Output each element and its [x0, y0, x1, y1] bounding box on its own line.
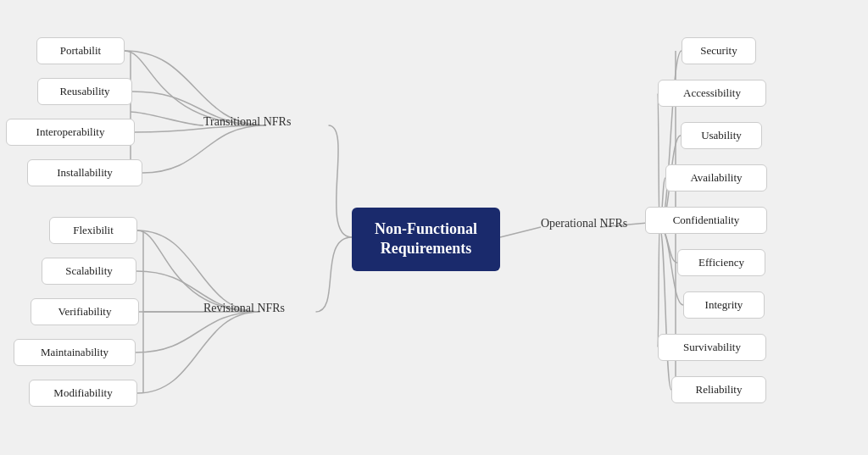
branch-label-revisional: Revisional NFRs: [203, 302, 285, 315]
leaf-node: Availability: [665, 164, 767, 191]
leaf-node: Scalability: [42, 258, 136, 285]
leaf-node: Accessibility: [658, 80, 766, 107]
leaf-node: Portabilit: [36, 37, 125, 64]
leaf-node: Installability: [27, 159, 142, 186]
leaf-node: Security: [682, 37, 756, 64]
branch-label-operational: Operational NFRs: [541, 217, 627, 230]
leaf-node: Survivability: [658, 334, 766, 361]
leaf-node: Confidentiality: [645, 207, 767, 234]
leaf-node: Interoperability: [6, 119, 135, 146]
leaf-node: Maintainability: [14, 339, 136, 366]
leaf-node: Integrity: [683, 291, 765, 319]
leaf-node: Efficiency: [677, 249, 765, 276]
branch-label-transitional: Transitional NFRs: [203, 115, 291, 129]
leaf-node: Reliability: [671, 376, 766, 403]
center-node: Non-Functional Requirements: [352, 208, 500, 271]
diagram: Non-Functional RequirementsTransitional …: [0, 0, 868, 455]
leaf-node: Verifiability: [31, 298, 139, 325]
leaf-node: Flexibilit: [49, 217, 137, 244]
leaf-node: Modifiability: [29, 380, 137, 407]
leaf-node: Usability: [681, 122, 762, 149]
leaf-node: Reusability: [37, 78, 132, 105]
